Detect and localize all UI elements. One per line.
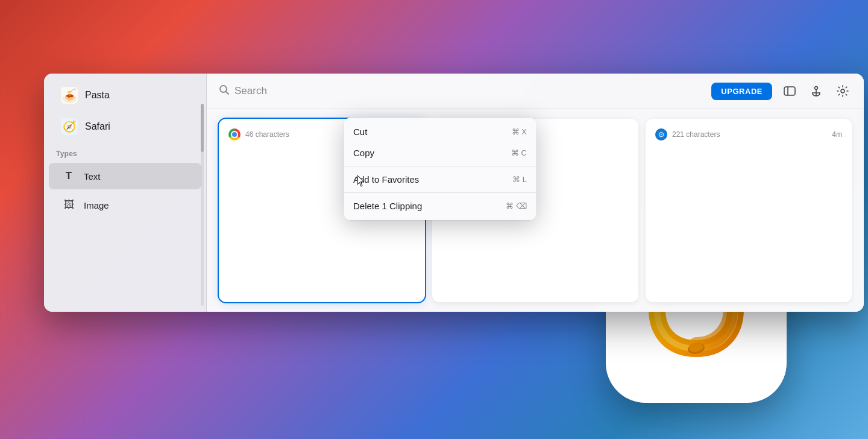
cut-label: Cut xyxy=(353,127,367,137)
sidebar-item-safari-label: Safari xyxy=(85,121,110,132)
sidebar-scrollbar[interactable] xyxy=(201,104,204,306)
context-menu: Cut ⌘ X Copy ⌘ C Add to Favorites ⌘ L De… xyxy=(344,118,536,220)
text-type-icon: T xyxy=(61,168,77,184)
svg-rect-2 xyxy=(784,87,795,95)
sidebar-item-safari[interactable]: 🧭 Safari xyxy=(49,112,201,141)
svg-point-7 xyxy=(841,89,844,93)
search-container xyxy=(219,84,704,98)
clip-card-3[interactable]: 221 characters 4m xyxy=(646,119,852,302)
sidebar-item-pasta-label: Pasta xyxy=(85,90,110,101)
sidebar: 🍝 Pasta 🧭 Safari Types T Text 🖼 Image xyxy=(44,74,207,312)
search-icon xyxy=(219,84,230,98)
context-menu-copy[interactable]: Copy ⌘ C xyxy=(344,142,536,163)
safari-app-icon: 🧭 xyxy=(61,118,78,135)
clip-3-char-count: 221 characters xyxy=(672,130,827,139)
search-input[interactable] xyxy=(234,85,704,97)
clip-3-time: 4m xyxy=(832,130,842,139)
svg-line-1 xyxy=(226,91,229,94)
add-favorites-label: Add to Favorites xyxy=(353,174,419,185)
anchor-button[interactable] xyxy=(807,82,825,100)
types-section-title: Types xyxy=(44,142,206,162)
sidebar-scroll-thumb xyxy=(201,104,204,152)
context-menu-divider-2 xyxy=(344,192,536,193)
upgrade-button[interactable]: UPGRADE xyxy=(711,83,772,100)
delete-label: Delete 1 Clipping xyxy=(353,201,422,211)
context-menu-add-favorites[interactable]: Add to Favorites ⌘ L xyxy=(344,169,536,190)
safari-icon-clip3 xyxy=(655,128,667,141)
sidebar-toggle-button[interactable] xyxy=(781,82,799,100)
context-menu-delete[interactable]: Delete 1 Clipping ⌘ ⌫ xyxy=(344,195,536,216)
sidebar-item-pasta[interactable]: 🍝 Pasta xyxy=(49,81,201,110)
sidebar-type-image[interactable]: 🖼 Image xyxy=(49,192,201,218)
header-actions: UPGRADE xyxy=(711,82,852,100)
image-type-icon: 🖼 xyxy=(61,197,77,213)
copy-shortcut: ⌘ C xyxy=(511,148,527,157)
settings-button[interactable] xyxy=(834,82,852,100)
clip-card-3-header: 221 characters 4m xyxy=(655,128,842,141)
pasta-app-icon: 🍝 xyxy=(61,87,78,104)
header: UPGRADE xyxy=(207,74,864,109)
sidebar-type-text[interactable]: T Text xyxy=(49,163,201,189)
copy-label: Copy xyxy=(353,148,374,158)
add-favorites-shortcut: ⌘ L xyxy=(512,175,527,184)
context-menu-divider-1 xyxy=(344,166,536,166)
chrome-icon xyxy=(228,128,241,141)
cut-shortcut: ⌘ X xyxy=(512,127,527,136)
sidebar-type-image-label: Image xyxy=(84,200,109,210)
sidebar-type-text-label: Text xyxy=(84,171,101,182)
context-menu-cut[interactable]: Cut ⌘ X xyxy=(344,121,536,142)
delete-shortcut: ⌘ ⌫ xyxy=(506,201,527,210)
